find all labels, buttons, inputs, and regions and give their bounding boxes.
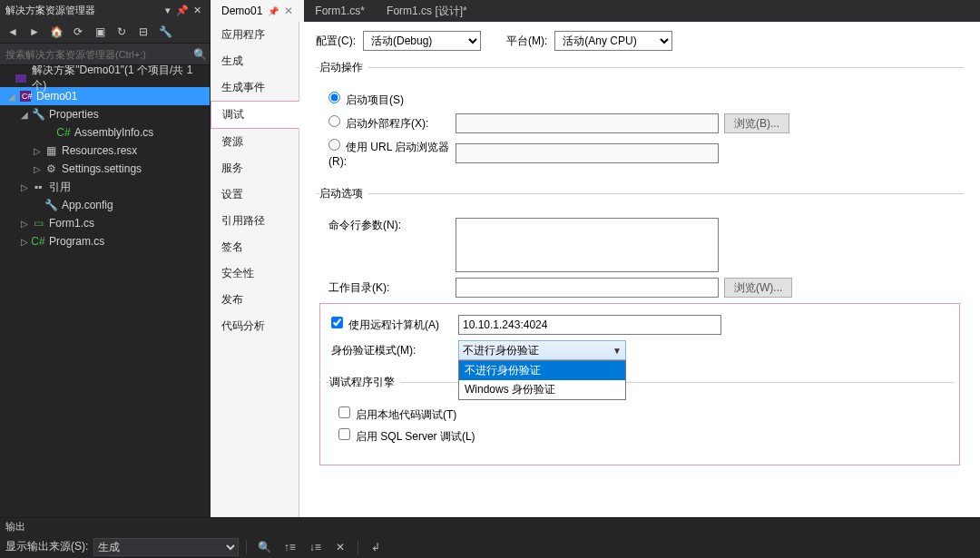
enable-sql-checkbox[interactable]	[338, 428, 350, 440]
solution-explorer-toolbar: ◄ ► 🏠 ⟳ ▣ ↻ ⊟ 🔧	[0, 20, 210, 44]
start-url-input[interactable]	[456, 143, 719, 163]
expand-icon[interactable]: ◢	[18, 110, 31, 120]
tree-form1-node[interactable]: ▷▭Form1.cs	[0, 214, 210, 232]
workdir-input[interactable]	[456, 278, 719, 298]
back-icon[interactable]: ◄	[4, 23, 22, 41]
workdir-label: 工作目录(K):	[328, 280, 456, 296]
tree-references-node[interactable]: ▷▪▪引用	[0, 178, 210, 196]
vnav-settings[interactable]: 设置	[211, 181, 299, 208]
close-icon[interactable]: ✕	[284, 5, 293, 17]
properties-icon[interactable]: 🔧	[156, 23, 174, 41]
browse-b-button[interactable]: 浏览(B)...	[724, 113, 789, 133]
vnav-publish[interactable]: 发布	[211, 287, 299, 313]
close-icon[interactable]: ✕	[190, 3, 204, 17]
cs-file-icon: C#	[31, 234, 45, 249]
cmdargs-textarea[interactable]	[456, 218, 719, 272]
output-source-combo[interactable]: 生成	[93, 538, 239, 556]
expand-icon[interactable]: ▷	[31, 146, 44, 156]
remote-machine-input[interactable]	[458, 315, 721, 335]
forward-icon[interactable]: ►	[25, 23, 44, 41]
home-icon[interactable]: 🏠	[47, 23, 65, 41]
expand-icon[interactable]: ▷	[18, 219, 31, 229]
auth-option-windows[interactable]: Windows 身份验证	[459, 380, 625, 399]
start-options-fieldset: 启动选项 命令行参数(N): 工作目录(K): 浏览(W)... 使用远程计算机…	[316, 186, 964, 469]
expand-icon[interactable]: ▷	[18, 182, 31, 192]
radio-start-url[interactable]	[328, 139, 340, 151]
tab-form1-cs[interactable]: Form1.cs*	[304, 0, 376, 22]
vnav-app[interactable]: 应用程序	[211, 22, 299, 48]
vnav-resources[interactable]: 资源	[211, 129, 299, 155]
dropdown-icon[interactable]: ▾	[161, 3, 175, 17]
radio-start-external[interactable]	[328, 115, 340, 127]
remote-highlight-box: 使用远程计算机(A) 身份验证模式(M): 不进行身份验证 ▼	[319, 303, 960, 465]
output-title: 输出	[0, 518, 980, 536]
wrench-icon: 🔧	[31, 107, 45, 122]
svg-text:C#: C#	[22, 92, 32, 101]
collapse-icon[interactable]: ⊟	[134, 23, 152, 41]
cmdargs-label: 命令行参数(N):	[328, 218, 456, 233]
vnav-signing[interactable]: 签名	[211, 234, 299, 260]
sync-icon[interactable]: ⟳	[69, 23, 87, 41]
show-all-icon[interactable]: ▣	[91, 23, 109, 41]
vnav-security[interactable]: 安全性	[211, 260, 299, 287]
solution-tree[interactable]: 解决方案"Demo01"(1 个项目/共 1 个) ◢C#Demo01 ◢🔧Pr…	[0, 65, 210, 517]
platform-combo[interactable]: 活动(Any CPU)	[554, 31, 672, 51]
vnav-build[interactable]: 生成	[211, 48, 299, 74]
svg-rect-0	[15, 74, 26, 83]
start-action-fieldset: 启动操作 启动项目(S) 启动外部程序(X): 浏览(B)... 使用 URL …	[316, 60, 964, 177]
use-remote-checkbox[interactable]	[331, 317, 343, 328]
radio-start-project[interactable]	[328, 92, 340, 103]
csharp-project-icon: C#	[18, 89, 33, 103]
auth-mode-label: 身份验证模式(M):	[331, 343, 458, 358]
chevron-down-icon: ▼	[612, 346, 622, 356]
output-wordwrap-icon[interactable]: ↲	[366, 541, 386, 553]
expand-icon[interactable]: ▷	[31, 164, 44, 174]
solution-explorer-title: 解决方案资源管理器	[5, 4, 95, 17]
pin-icon[interactable]: 📌	[268, 6, 279, 16]
tree-assemblyinfo-node[interactable]: C#AssemblyInfo.cs	[0, 123, 210, 142]
output-clear-icon[interactable]: ✕	[330, 541, 350, 553]
browse-w-button[interactable]: 浏览(W)...	[724, 278, 792, 298]
enable-native-checkbox[interactable]	[338, 406, 350, 418]
external-program-input[interactable]	[456, 113, 719, 133]
tree-settings-node[interactable]: ▷⚙Settings.settings	[0, 160, 210, 178]
form-icon: ▭	[31, 216, 45, 230]
vnav-services[interactable]: 服务	[211, 155, 299, 181]
refresh-icon[interactable]: ↻	[113, 23, 131, 41]
config-combo[interactable]: 活动(Debug)	[363, 31, 481, 51]
auth-mode-combo[interactable]: 不进行身份验证 ▼	[458, 340, 626, 360]
tab-form1-design[interactable]: Form1.cs [设计]*	[376, 0, 478, 22]
output-find-icon[interactable]: 🔍	[254, 541, 274, 553]
solution-explorer-panel: 解决方案资源管理器 ▾ 📌 ✕ ◄ ► 🏠 ⟳ ▣ ↻ ⊟ 🔧 🔍 解决方案"D…	[0, 0, 211, 517]
debug-engines-legend: 调试程序引擎	[329, 375, 400, 390]
tree-solution-node[interactable]: 解决方案"Demo01"(1 个项目/共 1 个)	[0, 69, 210, 87]
expand-icon[interactable]: ◢	[5, 92, 18, 102]
start-action-legend: 启动操作	[319, 60, 368, 75]
expand-icon[interactable]: ▷	[18, 237, 31, 247]
vnav-analysis[interactable]: 代码分析	[211, 313, 299, 339]
vnav-build-events[interactable]: 生成事件	[211, 74, 299, 101]
document-area: Demo01📌✕ Form1.cs* Form1.cs [设计]* 应用程序 生…	[211, 0, 980, 517]
property-page-nav: 应用程序 生成 生成事件 调试 资源 服务 设置 引用路径 签名 安全性 发布 …	[211, 22, 299, 517]
tree-properties-node[interactable]: ◢🔧Properties	[0, 105, 210, 123]
pin-icon[interactable]: 📌	[175, 3, 190, 17]
tab-demo01[interactable]: Demo01📌✕	[211, 0, 304, 22]
auth-mode-dropdown: 不进行身份验证 Windows 身份验证	[458, 360, 626, 400]
auth-option-none[interactable]: 不进行身份验证	[459, 361, 625, 380]
start-options-legend: 启动选项	[319, 186, 368, 201]
output-panel: 输出 显示输出来源(S): 生成 🔍 ↑≡ ↓≡ ✕ ↲	[0, 517, 980, 558]
solution-search-input[interactable]	[0, 44, 190, 64]
output-next-icon[interactable]: ↓≡	[305, 541, 325, 553]
tree-program-node[interactable]: ▷C#Program.cs	[0, 232, 210, 250]
output-source-label: 显示输出来源(S):	[5, 539, 88, 554]
document-tab-strip: Demo01📌✕ Form1.cs* Form1.cs [设计]*	[211, 0, 980, 22]
debug-property-page: 配置(C): 活动(Debug) 平台(M): 活动(Any CPU) 启动操作…	[299, 22, 980, 517]
tree-appconfig-node[interactable]: 🔧App.config	[0, 196, 210, 214]
tree-resources-node[interactable]: ▷▦Resources.resx	[0, 142, 210, 160]
vnav-debug[interactable]: 调试	[211, 101, 299, 129]
platform-label: 平台(M):	[506, 34, 547, 49]
output-prev-icon[interactable]: ↑≡	[279, 541, 299, 553]
output-toolbar: 显示输出来源(S): 生成 🔍 ↑≡ ↓≡ ✕ ↲	[0, 536, 980, 558]
search-icon[interactable]: 🔍	[190, 48, 210, 61]
vnav-refpaths[interactable]: 引用路径	[211, 208, 299, 234]
